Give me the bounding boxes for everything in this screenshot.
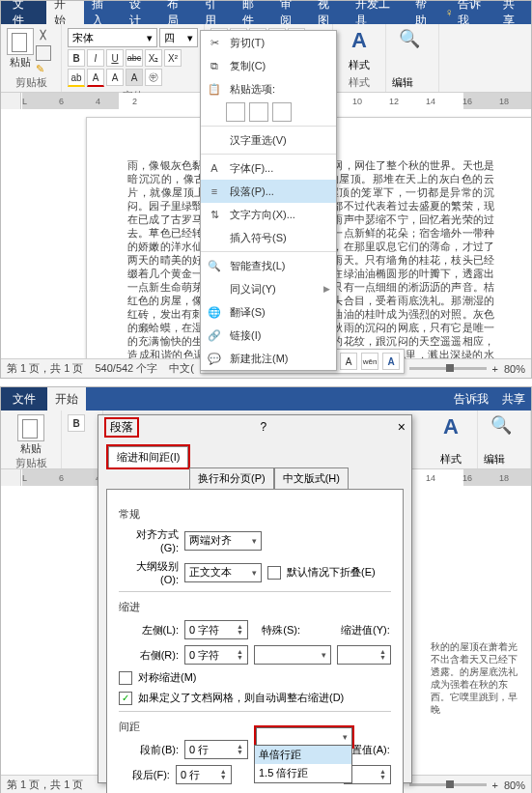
styles-icon-2[interactable]: A xyxy=(437,414,464,441)
link-icon: 🔗 xyxy=(207,327,222,343)
font-size-combo[interactable]: 四▾ xyxy=(159,28,198,47)
tab-references[interactable]: 引用 xyxy=(197,1,235,24)
special-select[interactable]: ▾ xyxy=(254,645,331,665)
before-spinner[interactable]: 0 行▲▼ xyxy=(184,740,248,759)
zoom-slider[interactable] xyxy=(409,367,487,370)
highlight-button[interactable]: ab xyxy=(68,69,85,87)
dlg-tab-chinese[interactable]: 中文版式(H) xyxy=(274,467,349,489)
paste-button[interactable]: 粘贴 xyxy=(7,28,34,75)
ctx-translate[interactable]: 🌐翻译(S) xyxy=(201,300,336,324)
linespace-option-single[interactable]: 单倍行距 xyxy=(255,746,351,764)
ctx-cut[interactable]: ✂剪切(T) xyxy=(201,31,336,54)
paragraph-icon: ≡ xyxy=(207,184,222,199)
word-count[interactable]: 540/542 个字 xyxy=(95,361,157,376)
superscript-button[interactable]: X² xyxy=(164,49,182,67)
mini-phonetic[interactable]: wēn xyxy=(361,353,378,370)
styles-label: 样式 xyxy=(339,75,379,90)
zoom-level[interactable]: 80% xyxy=(504,363,525,375)
linespace-option-15[interactable]: 1.5 倍行距 xyxy=(255,764,351,782)
dialog-help-icon[interactable]: ? xyxy=(261,420,267,434)
search-icon: 🔍 xyxy=(207,258,222,273)
ctx-comment[interactable]: 💬新建批注(M) xyxy=(201,347,336,370)
paste-text-only-icon[interactable] xyxy=(272,102,292,122)
collapse-label: 默认情况下折叠(E) xyxy=(287,565,376,580)
tab-file[interactable]: 文件 xyxy=(1,1,46,24)
tab-home[interactable]: 开始 xyxy=(46,1,84,24)
strike-button[interactable]: abc xyxy=(126,49,143,67)
ctx-copy[interactable]: ⧉复制(C) xyxy=(201,54,336,77)
language-indicator[interactable]: 中文( xyxy=(169,361,194,376)
tab-file-2[interactable]: 文件 xyxy=(1,387,47,411)
char-shading-button[interactable]: A xyxy=(126,69,143,86)
tab-layout[interactable]: 布局 xyxy=(159,1,197,24)
dlg-tab-indent[interactable]: 缩进和间距(I) xyxy=(108,446,188,467)
ribbon-tabs-2: 文件 开始 告诉我 共享 xyxy=(1,387,531,411)
ctx-font[interactable]: A字体(F)... xyxy=(201,156,336,180)
autogrid-checkbox[interactable] xyxy=(119,692,132,705)
tab-home-2[interactable]: 开始 xyxy=(47,387,86,411)
format-painter-icon[interactable]: ✎ xyxy=(36,63,51,75)
zoom-slider-2[interactable] xyxy=(409,783,487,786)
text-direction-icon: ⇅ xyxy=(207,207,222,222)
dialog-close-button[interactable]: × xyxy=(398,419,406,435)
paste-button-2[interactable]: 粘贴 xyxy=(7,414,55,456)
zoom-in[interactable]: + xyxy=(492,363,498,375)
ctx-paragraph[interactable]: ≡段落(P)... xyxy=(201,180,336,203)
right-indent-spinner[interactable]: 0 字符▲▼ xyxy=(184,645,248,665)
dlg-tab-linebreak[interactable]: 换行和分页(P) xyxy=(189,467,274,489)
after-spinner[interactable]: 0 行▲▼ xyxy=(176,765,232,784)
mini-shrink-font[interactable]: A xyxy=(340,353,357,370)
mirror-checkbox[interactable] xyxy=(119,671,132,685)
tab-design[interactable]: 设计 xyxy=(122,1,159,24)
copy-icon[interactable] xyxy=(36,45,51,61)
tab-view[interactable]: 视图 xyxy=(310,1,348,24)
font-color-button[interactable]: A xyxy=(87,69,104,87)
ctx-textdir[interactable]: ⇅文字方向(X)... xyxy=(201,203,336,226)
ctx-smartfind[interactable]: 🔍智能查找(L) xyxy=(201,254,336,277)
zoom-level-2[interactable]: 80% xyxy=(504,779,525,791)
subscript-button[interactable]: X₂ xyxy=(145,49,162,67)
tab-insert[interactable]: 插入 xyxy=(84,1,122,24)
tab-devtools[interactable]: 开发工具 xyxy=(348,1,407,24)
font-name-combo[interactable]: 宋体▾ xyxy=(68,28,157,47)
zoom-in-2[interactable]: + xyxy=(492,779,498,791)
char-border-button[interactable]: A xyxy=(106,69,124,86)
tab-review[interactable]: 审阅 xyxy=(272,1,310,24)
section-indent: 缩进 xyxy=(119,600,391,614)
cut-icon[interactable] xyxy=(36,28,51,43)
paste-merge-icon[interactable] xyxy=(249,102,268,122)
group-clipboard-2: 粘贴 剪贴板 xyxy=(1,411,62,468)
ctx-symbol[interactable]: 插入符号(S) xyxy=(201,226,336,249)
styles-icon[interactable]: A xyxy=(346,28,373,55)
bold-button-2[interactable]: B xyxy=(68,414,85,432)
collapse-checkbox[interactable] xyxy=(267,566,281,580)
italic-button[interactable]: I xyxy=(87,49,104,67)
page-indicator[interactable]: 第 1 页，共 1 页 xyxy=(7,361,83,376)
paste-keep-source-icon[interactable] xyxy=(226,102,245,122)
mini-styles[interactable]: A xyxy=(382,353,400,370)
ctx-synonym[interactable]: 同义词(Y)▶ xyxy=(201,277,336,300)
find-icon[interactable]: 🔍 xyxy=(399,28,426,55)
after-label: 段后(F): xyxy=(119,768,170,782)
comment-icon: 💬 xyxy=(207,351,222,366)
ctx-link[interactable]: 🔗链接(I) xyxy=(201,324,336,347)
enclose-char-button[interactable]: ㊥ xyxy=(145,69,162,86)
share-button-2[interactable]: 共享 xyxy=(502,391,525,408)
align-select[interactable]: 两端对齐▾ xyxy=(184,531,262,551)
tell-me-2[interactable]: 告诉我 xyxy=(454,391,489,408)
tab-help[interactable]: 帮助 xyxy=(407,1,445,24)
underline-button[interactable]: U xyxy=(106,49,124,67)
left-indent-label: 左侧(L): xyxy=(119,623,179,637)
left-indent-spinner[interactable]: 0 字符▲▼ xyxy=(184,620,248,639)
outline-select[interactable]: 正文文本▾ xyxy=(184,563,262,582)
editing-button[interactable]: 编辑 xyxy=(392,75,433,90)
find-icon-2[interactable]: 🔍 xyxy=(490,414,518,441)
font-icon: A xyxy=(207,160,222,176)
page-indicator-2[interactable]: 第 1 页，共 1 页 xyxy=(7,778,83,792)
ctx-hanzi[interactable]: 汉字重选(V) xyxy=(201,128,336,152)
right-indent-label: 右侧(R): xyxy=(119,648,179,663)
styles-button[interactable]: 样式 xyxy=(339,58,379,72)
indentval-spinner[interactable]: ▲▼ xyxy=(337,645,391,665)
bold-button[interactable]: B xyxy=(68,49,85,67)
tab-mailings[interactable]: 邮件 xyxy=(235,1,272,24)
